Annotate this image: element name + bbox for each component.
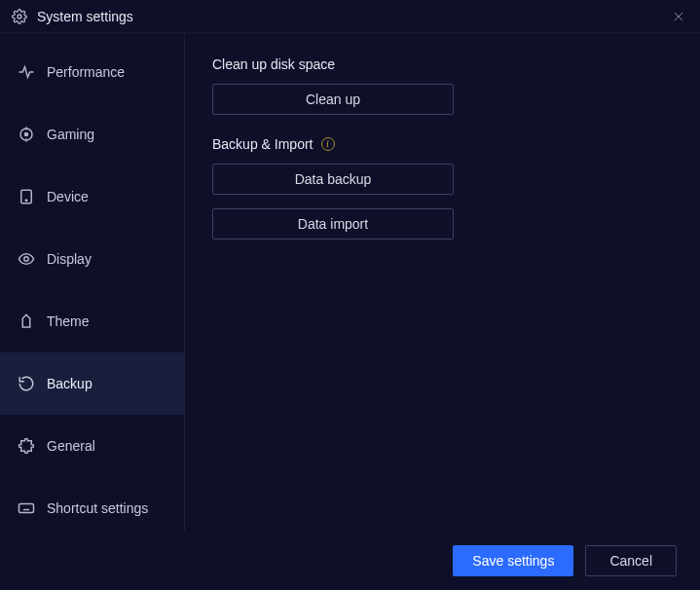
display-icon <box>18 250 35 268</box>
sidebar-item-shortcut-settings[interactable]: Shortcut settings <box>0 477 184 539</box>
data-import-button[interactable]: Data import <box>212 208 454 240</box>
save-settings-button[interactable]: Save settings <box>453 545 573 576</box>
close-icon[interactable] <box>669 7 688 26</box>
window-title: System settings <box>37 9 133 24</box>
sidebar-item-backup[interactable]: Backup <box>0 352 184 415</box>
cancel-button[interactable]: Cancel <box>585 545 677 576</box>
sidebar-item-label: Performance <box>47 64 125 80</box>
keyboard-icon <box>18 499 35 517</box>
footer: Save settings Cancel <box>0 532 700 590</box>
titlebar: System settings <box>0 0 700 33</box>
theme-icon <box>18 313 35 330</box>
sidebar-item-general[interactable]: General <box>0 415 184 477</box>
sidebar-item-device[interactable]: Device <box>0 166 184 228</box>
sidebar-item-label: Device <box>47 189 89 204</box>
gamepad-icon <box>18 126 35 143</box>
sidebar-item-label: Backup <box>47 376 92 391</box>
sidebar-item-label: Shortcut settings <box>47 500 148 516</box>
svg-point-9 <box>24 257 29 262</box>
svg-point-4 <box>25 133 28 136</box>
puzzle-icon <box>18 437 35 455</box>
info-icon[interactable]: i <box>321 137 335 151</box>
section-cleanup-title: Clean up disk space <box>212 56 673 72</box>
sidebar: Performance Gaming Device Display Theme <box>0 33 185 532</box>
sidebar-item-theme[interactable]: Theme <box>0 290 184 352</box>
content-panel: Clean up disk space Clean up Backup & Im… <box>185 33 700 532</box>
pulse-icon <box>18 63 35 81</box>
svg-rect-10 <box>19 504 34 513</box>
sidebar-item-display[interactable]: Display <box>0 228 184 290</box>
sidebar-item-gaming[interactable]: Gaming <box>0 103 184 166</box>
sidebar-item-label: Display <box>47 251 92 267</box>
gear-icon <box>12 9 27 24</box>
device-icon <box>18 188 35 205</box>
section-cleanup-title-text: Clean up disk space <box>212 56 335 72</box>
sidebar-item-label: Gaming <box>47 127 94 142</box>
svg-point-8 <box>25 200 27 202</box>
backup-icon <box>18 375 35 392</box>
svg-point-0 <box>18 15 21 18</box>
section-backup-title-text: Backup & Import <box>212 136 313 152</box>
data-backup-button[interactable]: Data backup <box>212 164 454 195</box>
section-backup-title: Backup & Import i <box>212 136 673 152</box>
sidebar-item-label: Theme <box>47 313 90 329</box>
sidebar-item-performance[interactable]: Performance <box>0 41 184 103</box>
sidebar-item-label: General <box>47 438 95 454</box>
cleanup-button[interactable]: Clean up <box>212 84 454 115</box>
